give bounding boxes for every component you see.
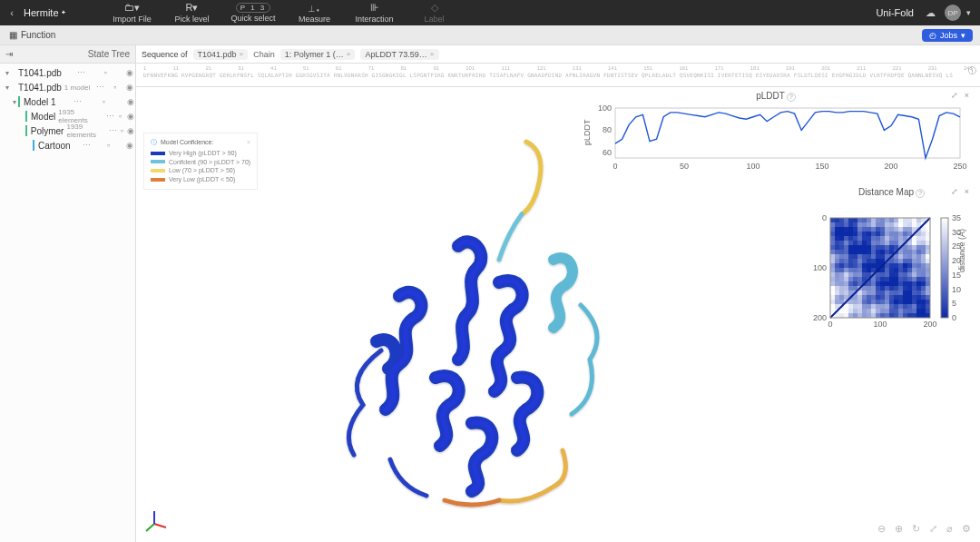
svg-rect-416 xyxy=(871,300,876,304)
eye-icon[interactable]: ◉ xyxy=(125,112,135,121)
svg-rect-461 xyxy=(876,309,880,313)
more-icon[interactable]: ⋯ xyxy=(95,83,105,92)
quick-select-button[interactable]: P 1 3Quick select xyxy=(231,3,276,24)
svg-rect-427 xyxy=(921,300,926,304)
info-icon[interactable]: ⓘ xyxy=(968,65,976,77)
panel-controls[interactable]: ⤢ × xyxy=(951,91,971,100)
help-icon[interactable]: ? xyxy=(787,93,796,102)
file-pill[interactable]: T1041.pdb× xyxy=(193,49,249,60)
close-icon[interactable]: × xyxy=(247,138,250,147)
close-icon[interactable]: × xyxy=(240,50,244,58)
svg-rect-43 xyxy=(876,222,880,227)
eye-icon[interactable]: ◉ xyxy=(125,141,135,150)
svg-rect-59 xyxy=(848,227,853,232)
info-icon[interactable]: ⓘ xyxy=(151,138,157,147)
svg-rect-220 xyxy=(880,259,885,263)
eye-icon[interactable]: ◉ xyxy=(125,68,135,77)
fullscreen-icon[interactable]: ⤢ xyxy=(929,523,937,535)
svg-rect-183 xyxy=(912,250,916,254)
svg-rect-465 xyxy=(894,309,898,313)
svg-rect-270 xyxy=(907,268,912,272)
svg-rect-300 xyxy=(844,277,848,281)
help-icon[interactable]: ? xyxy=(916,189,925,198)
tree-item[interactable]: ▾Model 1⋯▫◉ xyxy=(0,94,135,109)
svg-rect-130 xyxy=(871,241,876,245)
eye-icon[interactable]: ◉ xyxy=(125,97,135,106)
panel-controls[interactable]: ⤢ × xyxy=(951,187,971,196)
svg-rect-442 xyxy=(889,304,894,309)
svg-rect-386 xyxy=(835,295,839,300)
collapse-icon[interactable]: ⇥ xyxy=(5,49,13,59)
svg-rect-325 xyxy=(858,281,862,286)
tree-item[interactable]: Model1935 elements⋯▫◉ xyxy=(0,109,135,123)
svg-rect-322 xyxy=(844,281,848,286)
svg-rect-370 xyxy=(862,291,867,295)
svg-rect-377 xyxy=(894,291,898,295)
svg-rect-171 xyxy=(858,250,862,254)
tree-item[interactable]: ▾T1041.pdb⋯▫◉ xyxy=(0,65,135,80)
copy-icon[interactable]: ▫ xyxy=(103,141,113,150)
zoom-out-icon[interactable]: ⊖ xyxy=(877,523,886,535)
interaction-button[interactable]: ⊪Interaction xyxy=(354,3,396,24)
svg-rect-36 xyxy=(844,222,848,227)
close-icon[interactable]: × xyxy=(347,50,351,58)
svg-rect-125 xyxy=(848,241,853,245)
more-icon[interactable]: ⋯ xyxy=(76,68,86,77)
measure-button[interactable]: ⟂▾Measure xyxy=(294,3,336,24)
camera-icon[interactable]: ⌀ xyxy=(946,523,953,535)
more-icon[interactable]: ⋯ xyxy=(73,97,83,106)
svg-rect-352 xyxy=(880,286,885,291)
svg-rect-430 xyxy=(835,304,839,309)
svg-rect-60 xyxy=(853,227,858,232)
svg-rect-55 xyxy=(830,227,835,232)
copy-icon[interactable]: ▫ xyxy=(99,97,109,106)
protein-structure[interactable] xyxy=(290,123,726,542)
more-icon[interactable]: ⋯ xyxy=(82,141,92,150)
svg-rect-269 xyxy=(903,268,907,272)
back-icon[interactable]: ‹ xyxy=(0,7,24,18)
copy-icon[interactable]: ▫ xyxy=(110,83,120,92)
jobs-icon: ◴ xyxy=(929,31,936,40)
svg-rect-54 xyxy=(926,222,930,227)
plddt-chart[interactable]: pLDDT 1008060050100150200250 xyxy=(581,103,971,176)
svg-rect-57 xyxy=(839,227,844,232)
avatar[interactable]: DP xyxy=(945,5,961,21)
svg-rect-444 xyxy=(898,304,903,309)
svg-rect-316 xyxy=(916,277,921,281)
jobs-button[interactable]: ◴Jobs▾ xyxy=(922,29,973,42)
eye-icon[interactable]: ◉ xyxy=(126,126,135,135)
svg-rect-39 xyxy=(858,222,862,227)
aplddt-pill[interactable]: ApLDDT 73.59…× xyxy=(360,49,438,60)
svg-rect-121 xyxy=(830,241,835,245)
import-file-button[interactable]: 🗀▾Import File xyxy=(112,3,153,24)
tree-item[interactable]: Polymer1939 elements⋯▫◉ xyxy=(0,123,135,138)
copy-icon[interactable]: ▫ xyxy=(101,68,111,77)
copy-icon[interactable]: ▫ xyxy=(115,112,125,121)
sequence-ruler[interactable]: 1112131415161718191101111121131141151161… xyxy=(136,64,980,87)
svg-rect-50 xyxy=(907,222,912,227)
polymer-pill[interactable]: 1: Polymer 1 (…× xyxy=(280,49,356,60)
svg-rect-354 xyxy=(889,286,894,291)
more-icon[interactable]: ⋯ xyxy=(109,126,118,135)
structure-viewer[interactable]: ⓘModel Confidence:× Very High (pLDDT > 9… xyxy=(136,87,980,542)
cloud-icon[interactable]: ☁ xyxy=(921,7,939,19)
tree-item[interactable]: Cartoon⋯▫◉ xyxy=(0,138,135,153)
reset-icon[interactable]: ↻ xyxy=(912,523,920,535)
more-icon[interactable]: ⋯ xyxy=(105,112,115,121)
axis-gizmo[interactable] xyxy=(141,508,168,535)
distance-map[interactable]: 35302520151050 distance (Å) 001001002002… xyxy=(812,200,971,336)
svg-rect-429 xyxy=(830,304,835,309)
svg-rect-23 xyxy=(885,218,889,222)
svg-rect-355 xyxy=(894,286,898,291)
unifold-label[interactable]: Uni-Fold xyxy=(876,7,914,18)
pick-level-button[interactable]: R▾Pick level xyxy=(172,3,213,24)
svg-rect-371 xyxy=(867,291,871,295)
eye-icon[interactable]: ◉ xyxy=(125,83,135,92)
settings-icon[interactable]: ⚙ xyxy=(962,523,971,535)
close-icon[interactable]: × xyxy=(430,50,435,58)
copy-icon[interactable]: ▫ xyxy=(118,126,127,135)
zoom-in-icon[interactable]: ⊕ xyxy=(895,523,903,535)
chevron-down-icon[interactable]: ▾ xyxy=(966,8,971,17)
tree-item[interactable]: ▾T1041.pdb1 model⋯▫◉ xyxy=(0,80,135,94)
function-tab[interactable]: ▦Function xyxy=(0,30,64,40)
